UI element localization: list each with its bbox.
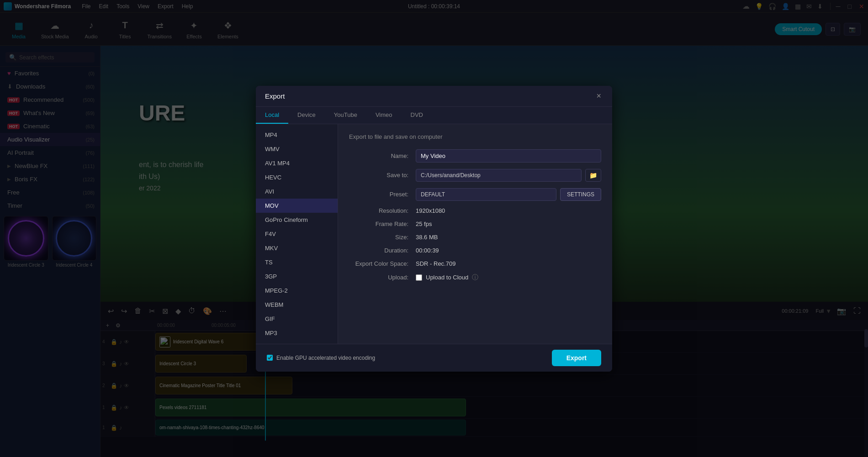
export-modal: Export × Local Device YouTube Vimeo DVD … xyxy=(256,86,612,372)
upload-info-icon[interactable]: ⓘ xyxy=(472,273,478,282)
modal-header: Export × xyxy=(256,86,612,107)
upload-cloud-label[interactable]: Upload to Cloud xyxy=(426,274,468,281)
format-avi[interactable]: AVI xyxy=(256,184,338,199)
color-space-value: SDR - Rec.709 xyxy=(416,260,455,267)
name-row: Name: xyxy=(349,149,601,163)
format-f4v[interactable]: F4V xyxy=(256,227,338,241)
resolution-label: Resolution: xyxy=(349,207,408,214)
format-mp4[interactable]: MP4 xyxy=(256,128,338,142)
export-button[interactable]: Export xyxy=(552,350,601,366)
frame-rate-value: 25 fps xyxy=(416,221,432,227)
format-3gp[interactable]: 3GP xyxy=(256,269,338,284)
save-to-path-row: 📁 xyxy=(416,169,601,182)
name-label: Name: xyxy=(349,152,408,159)
save-to-row: Save to: 📁 xyxy=(349,169,601,182)
export-modal-overlay: Export × Local Device YouTube Vimeo DVD … xyxy=(0,0,868,457)
format-list: MP4 WMV AV1 MP4 HEVC AVI MOV GoPro Cinef… xyxy=(256,124,338,344)
preset-select[interactable]: DEFAULT xyxy=(416,188,556,201)
name-input[interactable] xyxy=(416,149,601,163)
duration-value: 00:00:39 xyxy=(416,247,439,254)
save-to-label: Save to: xyxy=(349,172,408,179)
modal-close-btn[interactable]: × xyxy=(594,91,603,101)
modal-tabs: Local Device YouTube Vimeo DVD xyxy=(256,107,612,124)
preset-label: Preset: xyxy=(349,191,408,198)
save-to-input[interactable] xyxy=(416,169,582,182)
settings-button[interactable]: SETTINGS xyxy=(560,188,601,201)
format-av1mp4[interactable]: AV1 MP4 xyxy=(256,156,338,170)
format-gif[interactable]: GIF xyxy=(256,312,338,326)
modal-title: Export xyxy=(265,92,285,100)
upload-row: Upload: Upload to Cloud ⓘ xyxy=(349,273,601,282)
gpu-checkbox[interactable] xyxy=(267,355,273,361)
modal-footer: Enable GPU accelerated video encoding Ex… xyxy=(256,344,612,372)
format-mp3[interactable]: MP3 xyxy=(256,326,338,340)
gpu-checkbox-row: Enable GPU accelerated video encoding xyxy=(267,355,375,361)
tab-youtube[interactable]: YouTube xyxy=(325,107,366,124)
upload-cloud-checkbox[interactable] xyxy=(416,274,422,281)
preset-row: Preset: DEFAULT SETTINGS xyxy=(349,188,601,201)
format-hevc[interactable]: HEVC xyxy=(256,170,338,184)
resolution-row: Resolution: 1920x1080 xyxy=(349,207,601,214)
settings-grid: Name: Save to: 📁 Preset: xyxy=(349,149,601,282)
color-space-row: Export Color Space: SDR - Rec.709 xyxy=(349,260,601,267)
color-space-label: Export Color Space: xyxy=(349,260,408,267)
resolution-value: 1920x1080 xyxy=(416,207,445,214)
format-mpeg2[interactable]: MPEG-2 xyxy=(256,284,338,298)
format-wmv[interactable]: WMV xyxy=(256,142,338,156)
export-description: Export to file and save on computer xyxy=(349,133,601,140)
export-settings: Export to file and save on computer Name… xyxy=(338,124,612,344)
format-ts[interactable]: TS xyxy=(256,255,338,269)
size-value: 38.6 MB xyxy=(416,234,438,241)
format-mkv[interactable]: MKV xyxy=(256,241,338,255)
upload-checkbox-row: Upload to Cloud ⓘ xyxy=(416,273,478,282)
browse-btn[interactable]: 📁 xyxy=(585,169,601,182)
duration-row: Duration: 00:00:39 xyxy=(349,247,601,254)
format-mov[interactable]: MOV xyxy=(256,199,338,213)
format-gopro[interactable]: GoPro Cineform xyxy=(256,213,338,227)
size-label: Size: xyxy=(349,234,408,241)
upload-label: Upload: xyxy=(349,274,408,281)
format-webm[interactable]: WEBM xyxy=(256,298,338,312)
tab-local[interactable]: Local xyxy=(256,107,288,124)
size-row: Size: 38.6 MB xyxy=(349,234,601,241)
duration-label: Duration: xyxy=(349,247,408,254)
modal-body: MP4 WMV AV1 MP4 HEVC AVI MOV GoPro Cinef… xyxy=(256,124,612,344)
tab-device[interactable]: Device xyxy=(288,107,325,124)
preset-select-wrapper: DEFAULT SETTINGS xyxy=(416,188,601,201)
gpu-label[interactable]: Enable GPU accelerated video encoding xyxy=(276,355,375,361)
frame-rate-label: Frame Rate: xyxy=(349,221,408,227)
tab-vimeo[interactable]: Vimeo xyxy=(366,107,402,124)
tab-dvd[interactable]: DVD xyxy=(402,107,432,124)
frame-rate-row: Frame Rate: 25 fps xyxy=(349,221,601,227)
